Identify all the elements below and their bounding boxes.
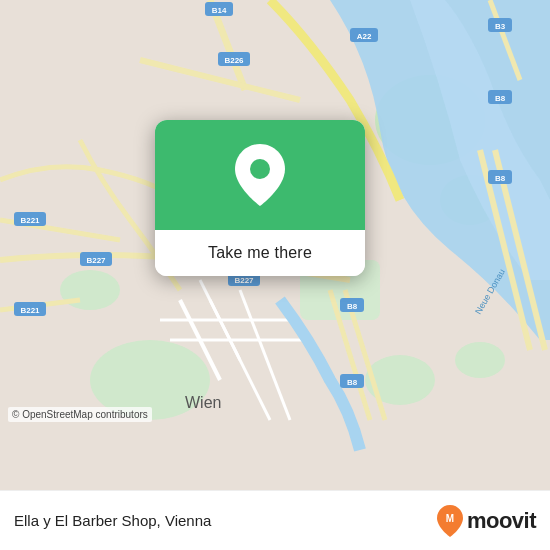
svg-text:B8: B8 — [347, 302, 358, 311]
svg-text:Wien: Wien — [185, 394, 221, 411]
svg-text:B3: B3 — [495, 22, 506, 31]
svg-point-7 — [455, 342, 505, 378]
svg-text:A22: A22 — [357, 32, 372, 41]
map-container: B14 B226 A22 B3 B8 B8 B221 B221 B227 B22… — [0, 0, 550, 490]
svg-text:B14: B14 — [212, 6, 227, 15]
svg-text:B226: B226 — [224, 56, 244, 65]
take-me-there-button[interactable]: Take me there — [155, 230, 365, 276]
svg-text:B8: B8 — [347, 378, 358, 387]
popup-header — [155, 120, 365, 230]
svg-text:B227: B227 — [86, 256, 106, 265]
svg-point-5 — [60, 270, 120, 310]
moovit-pin-icon: M — [437, 505, 463, 537]
map-attribution: © OpenStreetMap contributors — [8, 407, 152, 422]
moovit-label: moovit — [467, 508, 536, 534]
place-name: Ella y El Barber Shop, Vienna — [14, 512, 211, 529]
svg-text:B8: B8 — [495, 174, 506, 183]
location-pin-icon — [235, 144, 285, 206]
svg-text:B8: B8 — [495, 94, 506, 103]
bottom-bar: Ella y El Barber Shop, Vienna M moovit — [0, 490, 550, 550]
svg-text:B221: B221 — [20, 216, 40, 225]
svg-text:B221: B221 — [20, 306, 40, 315]
svg-point-49 — [250, 159, 270, 179]
moovit-logo: M moovit — [437, 505, 536, 537]
svg-text:B227: B227 — [234, 276, 254, 285]
popup-card: Take me there — [155, 120, 365, 276]
svg-text:M: M — [446, 513, 454, 524]
